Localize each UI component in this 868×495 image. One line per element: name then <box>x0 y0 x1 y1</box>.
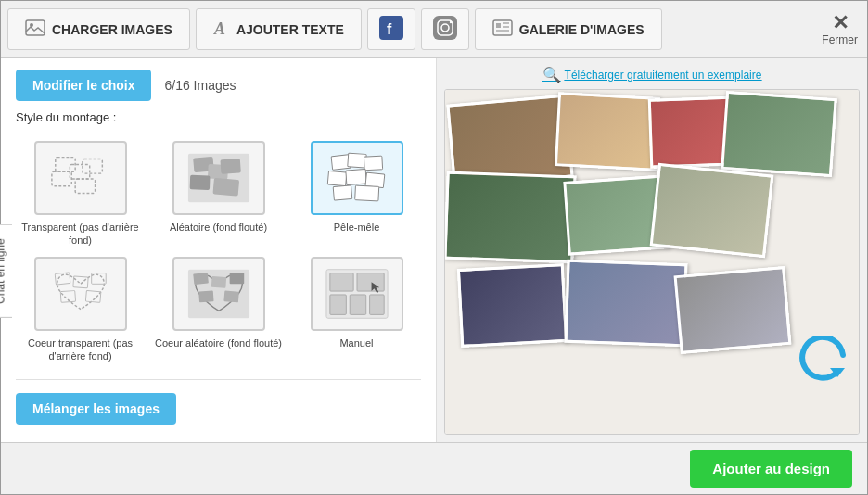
svg-rect-39 <box>223 290 239 302</box>
text-icon: A <box>213 19 230 40</box>
download-link[interactable]: 🔍 Télécharger gratuitement un exemplaire <box>444 66 860 83</box>
ajouter-texte-button[interactable]: A AJOUTER TEXTE <box>196 8 362 50</box>
svg-rect-37 <box>229 273 244 284</box>
charger-images-button[interactable]: CHARGER IMAGES <box>7 8 190 50</box>
svg-rect-25 <box>345 170 365 185</box>
style-coeur-aleatoire-label: Coeur aléatoire (fond flouté) <box>155 336 282 349</box>
style-manuel[interactable]: Manuel <box>292 257 421 363</box>
close-label: Fermer <box>822 33 858 46</box>
photo-7 <box>650 163 774 259</box>
zoom-icon: 🔍 <box>542 66 561 83</box>
style-manuel-label: Manuel <box>339 336 373 349</box>
style-grid: Transparent (pas d'arrière fond) <box>16 137 421 366</box>
photo-2 <box>555 92 660 171</box>
main-container: CHARGER IMAGES A AJOUTER TEXTE f <box>0 0 868 495</box>
style-manuel-box <box>311 257 403 331</box>
photo-4 <box>721 91 837 177</box>
style-coeur-transparent-label: Coeur transparent (pas d'arrière fond) <box>16 336 145 363</box>
svg-rect-24 <box>327 171 347 185</box>
style-pele-mele-box <box>311 141 403 215</box>
style-coeur-aleatoire[interactable]: Coeur aléatoire (fond flouté) <box>154 257 283 363</box>
svg-rect-18 <box>189 175 210 190</box>
divider <box>16 379 421 380</box>
svg-rect-26 <box>364 172 384 188</box>
style-aleatoire[interactable]: Aléatoire (fond flouté) <box>154 141 283 248</box>
svg-rect-45 <box>369 295 384 314</box>
melanger-images-button[interactable]: Mélanger les images <box>16 393 176 425</box>
svg-text:f: f <box>387 21 392 37</box>
svg-rect-42 <box>357 273 384 290</box>
facebook-icon: f <box>379 16 403 44</box>
style-coeur-aleatoire-box <box>172 257 265 331</box>
facebook-button[interactable]: f <box>367 8 415 50</box>
style-transparent-label: Transparent (pas d'arrière fond) <box>16 221 145 248</box>
svg-rect-33 <box>85 290 101 302</box>
svg-rect-43 <box>329 295 346 314</box>
photo-5 <box>444 171 577 264</box>
style-transparent-box <box>34 141 127 215</box>
chat-tab[interactable]: Chat en ligne <box>0 224 12 318</box>
svg-rect-28 <box>354 185 378 201</box>
photo-8 <box>457 263 568 348</box>
toolbar: CHARGER IMAGES A AJOUTER TEXTE f <box>1 1 867 58</box>
style-label: Style du montage : <box>16 110 421 124</box>
svg-rect-38 <box>198 290 213 302</box>
svg-rect-41 <box>329 273 352 290</box>
modifier-choix-button[interactable]: Modifier le choix <box>16 70 151 101</box>
style-coeur-transparent-box <box>34 257 127 331</box>
charger-label: CHARGER IMAGES <box>52 22 172 37</box>
refresh-icon <box>797 336 852 383</box>
svg-rect-27 <box>333 185 352 200</box>
close-button[interactable]: ✕ Fermer <box>822 13 858 46</box>
svg-point-8 <box>450 20 452 22</box>
instagram-icon <box>433 16 457 44</box>
svg-rect-12 <box>51 171 70 186</box>
photo-10 <box>674 266 792 354</box>
photo-9 <box>564 260 687 347</box>
image-count: 6/16 Images <box>164 78 236 93</box>
svg-rect-23 <box>364 156 382 171</box>
svg-rect-22 <box>347 153 365 168</box>
galerie-button[interactable]: GALERIE D'IMAGES <box>475 8 662 50</box>
add-design-button[interactable]: Ajouter au design <box>690 450 852 488</box>
svg-text:A: A <box>213 19 225 37</box>
svg-rect-44 <box>350 295 366 314</box>
content-area: Modifier le choix 6/16 Images Style du m… <box>1 58 867 442</box>
left-panel: Modifier le choix 6/16 Images Style du m… <box>1 58 437 442</box>
image-icon <box>25 19 45 39</box>
bottom-bar: Ajouter au design <box>1 442 867 494</box>
svg-rect-36 <box>211 276 225 288</box>
svg-rect-30 <box>72 276 87 288</box>
style-aleatoire-label: Aléatoire (fond flouté) <box>170 221 267 234</box>
refresh-area <box>797 336 852 387</box>
top-row: Modifier le choix 6/16 Images <box>16 70 421 101</box>
style-pele-mele-label: Pêle-mêle <box>334 221 380 234</box>
right-panel: 🔍 Télécharger gratuitement un exemplaire <box>437 58 867 442</box>
svg-rect-13 <box>82 159 101 174</box>
svg-rect-20 <box>212 178 239 197</box>
gallery-icon <box>492 19 513 39</box>
svg-rect-19 <box>220 159 240 174</box>
style-pele-mele[interactable]: Pêle-mêle <box>292 141 421 248</box>
galerie-label: GALERIE D'IMAGES <box>519 22 645 37</box>
svg-rect-5 <box>433 16 457 40</box>
style-coeur-transparent[interactable]: Coeur transparent (pas d'arrière fond) <box>16 257 145 363</box>
svg-rect-35 <box>193 272 209 284</box>
style-aleatoire-box <box>172 141 265 215</box>
style-transparent[interactable]: Transparent (pas d'arrière fond) <box>16 141 145 248</box>
svg-rect-14 <box>75 179 95 194</box>
instagram-button[interactable] <box>421 8 469 50</box>
ajouter-label: AJOUTER TEXTE <box>236 22 344 37</box>
close-x-icon: ✕ <box>832 13 849 33</box>
